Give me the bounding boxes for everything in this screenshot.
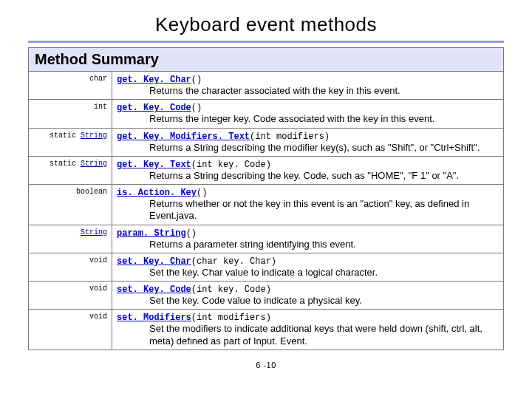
method-link[interactable]: set. Key. Code — [117, 284, 191, 295]
method-params: () — [186, 228, 197, 239]
method-desc: Returns a String describing the modifier… — [117, 142, 499, 154]
method-summary-table: Method Summary charget. Key. Char()Retur… — [28, 47, 504, 350]
method-cell: set. Key. Code(int key. Code)Set the key… — [112, 282, 504, 310]
method-desc: Set the key. Char value to indicate a lo… — [117, 267, 499, 279]
method-params: (char key. Char) — [191, 256, 276, 267]
return-type: boolean — [29, 185, 112, 225]
table-row: Stringparam. String()Returns a parameter… — [29, 225, 504, 253]
method-params: (int key. Code) — [191, 284, 271, 295]
method-link[interactable]: get. Key. Code — [117, 103, 191, 113]
method-params: (int modifiers) — [191, 313, 271, 323]
method-params: () — [191, 75, 202, 85]
method-desc: Returns a parameter string identifying t… — [117, 239, 499, 250]
table-header: Method Summary — [29, 48, 504, 72]
table-header-row: Method Summary — [29, 48, 504, 72]
method-cell: param. String()Returns a parameter strin… — [112, 225, 504, 253]
method-params: () — [191, 103, 202, 113]
page-title: Keyboard event methods — [28, 13, 504, 36]
method-params: (int key. Code) — [191, 160, 271, 170]
method-link[interactable]: param. String — [117, 228, 186, 239]
method-cell: set. Key. Char(char key. Char)Set the ke… — [112, 253, 504, 281]
method-link[interactable]: get. Key. Modifiers. Text — [117, 132, 250, 142]
return-type: char — [29, 72, 112, 100]
method-cell: get. Key. Modifiers. Text(int modifiers)… — [112, 128, 504, 156]
return-type: String — [29, 225, 112, 253]
table-row: voidset. Key. Char(char key. Char)Set th… — [29, 253, 504, 281]
page-number: 6 -10 — [28, 361, 504, 369]
method-params: () — [197, 188, 207, 198]
table-row: static Stringget. Key. Modifiers. Text(i… — [29, 128, 504, 156]
method-desc: Returns the character associated with th… — [117, 85, 499, 97]
method-link[interactable]: set. Key. Char — [117, 256, 191, 267]
slide: Keyboard event methods Method Summary ch… — [0, 0, 532, 377]
method-desc: Set the key. Code value to indicate a ph… — [117, 295, 499, 307]
return-type-link[interactable]: String — [81, 228, 107, 236]
method-cell: set. Modifiers(int modifiers)Set the mod… — [112, 310, 504, 350]
return-type: static String — [29, 156, 112, 184]
method-link[interactable]: is. Action. Key — [117, 188, 197, 198]
table-row: static Stringget. Key. Text(int key. Cod… — [29, 156, 504, 184]
method-cell: get. Key. Char()Returns the character as… — [112, 72, 504, 100]
table-row: voidset. Modifiers(int modifiers)Set the… — [29, 310, 504, 350]
method-desc: Set the modifiers to indicate additional… — [117, 323, 499, 347]
table-row: voidset. Key. Code(int key. Code)Set the… — [29, 282, 504, 310]
method-cell: get. Key. Text(int key. Code)Returns a S… — [112, 156, 504, 184]
method-link[interactable]: set. Modifiers — [117, 313, 191, 323]
return-type: static String — [29, 128, 112, 156]
divider — [28, 41, 504, 43]
return-type: int — [29, 100, 112, 128]
return-type-link[interactable]: String — [81, 160, 107, 168]
method-params: (int modifiers) — [250, 132, 330, 142]
table-row: booleanis. Action. Key()Returns whether … — [29, 185, 504, 225]
return-type-link[interactable]: String — [81, 132, 107, 140]
return-type: void — [29, 310, 112, 350]
method-desc: Returns the integer key. Code associated… — [117, 113, 499, 125]
method-link[interactable]: get. Key. Text — [117, 160, 191, 170]
method-cell: is. Action. Key()Returns whether or not … — [112, 185, 504, 225]
return-type: void — [29, 253, 112, 281]
method-cell: get. Key. Code()Returns the integer key.… — [112, 100, 504, 128]
method-desc: Returns a String describing the key. Cod… — [117, 170, 499, 182]
method-desc: Returns whether or not the key in this e… — [117, 198, 499, 222]
method-link[interactable]: get. Key. Char — [117, 75, 191, 85]
table-row: intget. Key. Code()Returns the integer k… — [29, 100, 504, 128]
return-type: void — [29, 282, 112, 310]
table-row: charget. Key. Char()Returns the characte… — [29, 72, 504, 100]
